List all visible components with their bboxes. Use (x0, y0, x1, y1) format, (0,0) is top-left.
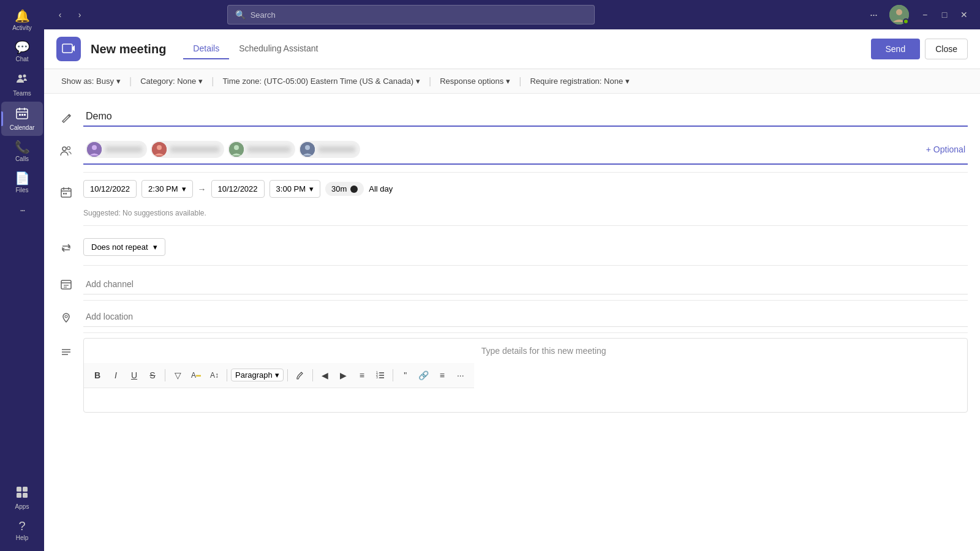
end-time-picker[interactable]: 3:00 PM ▾ (270, 180, 320, 198)
show-as-button[interactable]: Show as: Busy ▾ (56, 74, 126, 88)
start-time-picker[interactable]: 2:30 PM ▾ (141, 180, 192, 198)
svg-rect-32 (61, 280, 71, 289)
svg-point-1 (23, 75, 26, 78)
indent-right-button[interactable]: ▶ (335, 367, 352, 384)
location-input[interactable] (83, 307, 968, 327)
attendees-icon (56, 141, 76, 161)
repeat-field: Does not repeat ▾ (83, 236, 968, 258)
svg-point-0 (18, 75, 22, 78)
separator (83, 265, 968, 266)
user-avatar[interactable] (889, 5, 909, 24)
numbered-list-button[interactable]: 1.2.3. (372, 367, 389, 384)
meeting-title: New meeting (91, 42, 166, 56)
end-date-picker[interactable]: 10/12/2022 (211, 180, 265, 198)
bullet-list-button[interactable]: ≡ (353, 367, 371, 384)
highlight-button[interactable]: A▬ (187, 367, 205, 384)
attendee-avatar (229, 142, 244, 157)
sidebar-item-more[interactable]: ··· (1, 201, 43, 220)
attendees-field[interactable]: + Optional (83, 135, 968, 165)
allday-checkbox[interactable]: All day (369, 184, 393, 193)
more-options-button[interactable]: ··· (865, 6, 882, 23)
svg-point-23 (234, 145, 239, 150)
paragraph-label: Paragraph (235, 370, 273, 380)
channel-input[interactable] (83, 274, 968, 294)
sidebar-item-calendar[interactable]: Calendar (1, 102, 43, 136)
svg-text:3.: 3. (376, 375, 379, 379)
font-color-button[interactable]: ▽ (169, 367, 186, 384)
paragraph-select[interactable]: Paragraph ▾ (231, 369, 284, 381)
indent-left-button[interactable]: ◀ (317, 367, 334, 384)
timezone-button[interactable]: Time zone: (UTC-05:00) Eastern Time (US … (217, 74, 425, 88)
editor-body[interactable]: Type details for this new meeting (474, 339, 614, 412)
attendee-chip (228, 141, 295, 158)
separator (83, 300, 968, 301)
tab-bar: Details Scheduling Assistant (183, 39, 328, 59)
category-button[interactable]: Category: None ▾ (135, 74, 208, 88)
search-input[interactable] (251, 10, 587, 20)
window-controls: − □ ✕ (916, 6, 973, 23)
chat-icon: 💬 (15, 41, 30, 53)
svg-point-17 (67, 147, 70, 150)
sidebar-item-chat[interactable]: 💬 Chat (1, 36, 43, 67)
svg-point-21 (157, 145, 162, 150)
minimize-button[interactable]: − (916, 6, 933, 23)
sidebar-item-apps[interactable]: Apps (1, 481, 43, 515)
italic-button[interactable]: I (107, 367, 124, 384)
separator (83, 332, 968, 333)
underline-button[interactable]: U (126, 367, 143, 384)
repeat-icon (56, 238, 76, 258)
bold-button[interactable]: B (89, 367, 106, 384)
svg-point-25 (305, 145, 310, 150)
channel-field (83, 273, 968, 295)
attendee-name (105, 146, 142, 152)
sidebar: 🔔 Activity 💬 Chat Teams (0, 0, 44, 551)
nav-arrows: ‹ › (51, 6, 88, 23)
link-button[interactable]: 🔗 (415, 367, 432, 384)
send-button[interactable]: Send (871, 39, 921, 59)
editor-toolbar: B I U S ▽ A▬ A↕ Paragraph ▾ (84, 363, 474, 388)
tab-scheduling[interactable]: Scheduling Assistant (229, 39, 328, 59)
sidebar-item-help[interactable]: ? Help (1, 515, 43, 546)
sidebar-item-activity[interactable]: 🔔 Activity (1, 5, 43, 36)
attendee-chip (151, 141, 224, 158)
sidebar-item-calls[interactable]: 📞 Calls (1, 136, 43, 167)
title-field (83, 106, 968, 128)
title-icon (56, 108, 76, 128)
strikethrough-button[interactable]: S (144, 367, 161, 384)
topbar-right: ··· − □ ✕ (865, 5, 973, 24)
close-window-button[interactable]: ✕ (956, 6, 973, 23)
registration-label: Require registration: None (530, 77, 623, 86)
title-input[interactable] (83, 107, 968, 127)
attendee-chip (299, 141, 360, 158)
align-button[interactable]: ≡ (434, 367, 451, 384)
forward-button[interactable]: › (71, 6, 88, 23)
more-formatting-button[interactable]: ··· (452, 367, 469, 384)
registration-button[interactable]: Require registration: None ▾ (525, 74, 635, 88)
svg-rect-10 (23, 487, 28, 492)
svg-point-16 (62, 147, 66, 151)
close-button[interactable]: Close (925, 39, 968, 59)
maximize-button[interactable]: □ (936, 6, 953, 23)
attendees-row: + Optional (56, 133, 968, 167)
registration-chevron: ▾ (625, 77, 630, 86)
sidebar-item-files[interactable]: 📄 Files (1, 167, 43, 198)
location-field (83, 305, 968, 328)
sidebar-item-teams[interactable]: Teams (1, 67, 43, 102)
start-date-picker[interactable]: 10/12/2022 (83, 180, 137, 198)
time-chevron: ▾ (309, 184, 314, 193)
font-size-button[interactable]: A↕ (206, 367, 223, 384)
quote-button[interactable]: " (397, 367, 414, 384)
back-button[interactable]: ‹ (51, 6, 69, 23)
tab-details[interactable]: Details (183, 39, 229, 59)
response-button[interactable]: Response options ▾ (435, 74, 515, 88)
repeat-select[interactable]: Does not repeat ▾ (83, 238, 165, 256)
optional-link[interactable]: + Optional (926, 144, 965, 154)
apps-icon (15, 485, 29, 501)
highlight2-button[interactable] (292, 367, 309, 384)
svg-rect-6 (19, 114, 21, 116)
start-date-value: 10/12/2022 (90, 184, 130, 193)
category-chevron: ▾ (198, 77, 203, 86)
datetime-controls: 10/12/2022 2:30 PM ▾ → 10/12/2022 3:00 P… (83, 180, 968, 198)
activity-icon: 🔔 (15, 10, 30, 22)
channel-icon (56, 276, 76, 295)
